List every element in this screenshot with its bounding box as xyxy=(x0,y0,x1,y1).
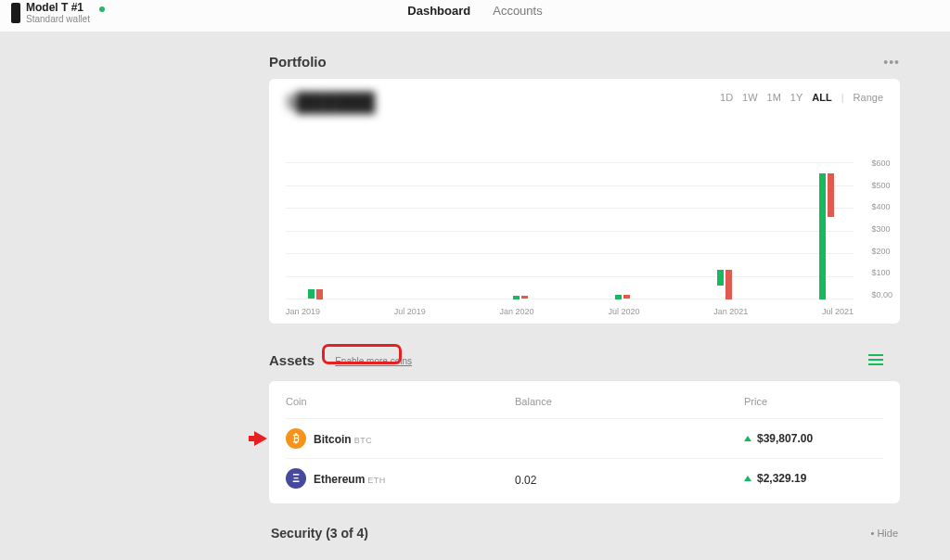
y-tick: $200 xyxy=(871,247,892,256)
coin-icon: ₿ xyxy=(286,428,306,449)
range-divider: | xyxy=(841,92,844,103)
device-icon xyxy=(11,3,20,23)
y-tick: $0.00 xyxy=(871,290,892,299)
assets-title: Assets xyxy=(269,352,315,368)
coin-name: Bitcoin xyxy=(314,433,352,446)
range-1d[interactable]: 1D xyxy=(720,92,733,103)
x-tick: Jan 2021 xyxy=(713,307,748,316)
y-tick: $600 xyxy=(871,159,892,168)
security-title: Security (3 of 4) xyxy=(271,526,368,541)
col-coin: Coin xyxy=(286,396,515,407)
col-price: Price xyxy=(744,396,883,407)
range-custom[interactable]: Range xyxy=(854,92,883,103)
redacted-region xyxy=(517,431,637,444)
portfolio-chart-card: $██████ 1D 1W 1M 1Y ALL | Range $600$500… xyxy=(269,79,900,324)
balance-value: 0.02 xyxy=(515,474,536,487)
coin-icon: Ξ xyxy=(286,468,306,489)
chart-area xyxy=(286,162,854,299)
status-dot-icon xyxy=(99,6,105,12)
price-cell: $2,329.19 xyxy=(744,472,883,485)
coin-ticker: BTC xyxy=(354,436,373,445)
range-all[interactable]: ALL xyxy=(812,92,831,103)
y-tick: $300 xyxy=(871,224,892,234)
grid-view-icon[interactable] xyxy=(887,353,900,366)
security-section-header: Security (3 of 4) • Hide xyxy=(269,524,900,541)
coin-ticker: ETH xyxy=(367,476,386,485)
nav-dashboard[interactable]: Dashboard xyxy=(407,4,470,18)
view-toggle xyxy=(868,353,900,366)
assets-table: Coin Balance Price ₿BitcoinBTC$39,807.00… xyxy=(269,381,900,503)
price-value: $2,329.19 xyxy=(757,472,806,485)
x-tick: Jan 2020 xyxy=(500,307,534,316)
bar-red xyxy=(521,296,528,299)
range-1w[interactable]: 1W xyxy=(742,92,758,103)
balance-cell: 0.02 xyxy=(515,471,744,487)
security-hide-link[interactable]: • Hide xyxy=(870,528,898,539)
bar-group xyxy=(615,295,630,299)
app-header: Model T #1 Standard wallet Dashboard Acc… xyxy=(0,0,950,32)
enable-more-coins-link[interactable]: Enable more coins xyxy=(335,356,412,366)
price-value: $39,807.00 xyxy=(757,432,813,445)
bar-red xyxy=(828,173,834,217)
bar-green xyxy=(308,289,315,299)
x-tick: Jan 2019 xyxy=(286,307,320,316)
price-cell: $39,807.00 xyxy=(744,432,883,445)
assets-table-header: Coin Balance Price xyxy=(286,390,883,418)
enable-more-coins-wrap: Enable more coins xyxy=(326,348,421,372)
balance-cell xyxy=(515,431,744,447)
x-axis: Jan 2019Jul 2019Jan 2020Jul 2020Jan 2021… xyxy=(286,307,854,316)
portfolio-title: Portfolio xyxy=(269,54,327,70)
triangle-up-icon xyxy=(744,436,751,441)
coin-cell: ₿BitcoinBTC xyxy=(286,428,515,449)
bar-group xyxy=(819,173,834,299)
x-tick: Jul 2021 xyxy=(822,307,854,316)
bar-red xyxy=(725,270,732,299)
coin-name-wrap: EthereumETH xyxy=(314,470,386,487)
nav-accounts[interactable]: Accounts xyxy=(493,4,542,18)
top-nav: Dashboard Accounts xyxy=(407,4,542,18)
list-view-icon[interactable] xyxy=(868,354,883,365)
coin-cell: ΞEthereumETH xyxy=(286,468,515,489)
more-icon[interactable]: ••• xyxy=(883,55,900,70)
col-balance: Balance xyxy=(515,396,744,407)
device-subtitle: Standard wallet xyxy=(26,14,90,24)
coin-name-wrap: BitcoinBTC xyxy=(314,430,372,447)
y-tick: $400 xyxy=(871,202,892,211)
asset-row[interactable]: ₿BitcoinBTC$39,807.00 xyxy=(286,418,883,458)
redacted-region xyxy=(538,471,659,484)
coin-name: Ethereum xyxy=(314,473,365,486)
bar-green xyxy=(717,270,724,286)
device-info[interactable]: Model T #1 Standard wallet xyxy=(11,2,105,24)
y-axis: $600$500$400$300$200$100$0.00 xyxy=(871,159,892,299)
bar-group xyxy=(308,289,323,299)
annotation-arrow-icon xyxy=(254,431,267,446)
triangle-up-icon xyxy=(744,476,751,481)
x-tick: Jul 2019 xyxy=(394,307,426,316)
bar-green xyxy=(819,173,826,299)
device-name: Model T #1 xyxy=(26,2,90,14)
y-tick: $100 xyxy=(871,268,892,277)
bar-red xyxy=(316,289,323,299)
bar-green xyxy=(615,295,622,299)
range-1m[interactable]: 1M xyxy=(767,92,781,103)
y-tick: $500 xyxy=(871,181,892,190)
range-1y[interactable]: 1Y xyxy=(790,92,802,103)
portfolio-balance: $██████ xyxy=(286,92,375,113)
bar-red xyxy=(623,295,630,299)
x-tick: Jul 2020 xyxy=(608,307,639,316)
asset-row[interactable]: ΞEthereumETH0.02$2,329.19 xyxy=(286,458,883,498)
bar-green xyxy=(513,296,520,299)
portfolio-header: Portfolio ••• xyxy=(269,54,900,70)
assets-header: Assets Enable more coins xyxy=(269,348,900,372)
time-range-control: 1D 1W 1M 1Y ALL | Range xyxy=(720,92,883,103)
bar-group xyxy=(513,296,528,299)
bar-group xyxy=(717,270,732,299)
